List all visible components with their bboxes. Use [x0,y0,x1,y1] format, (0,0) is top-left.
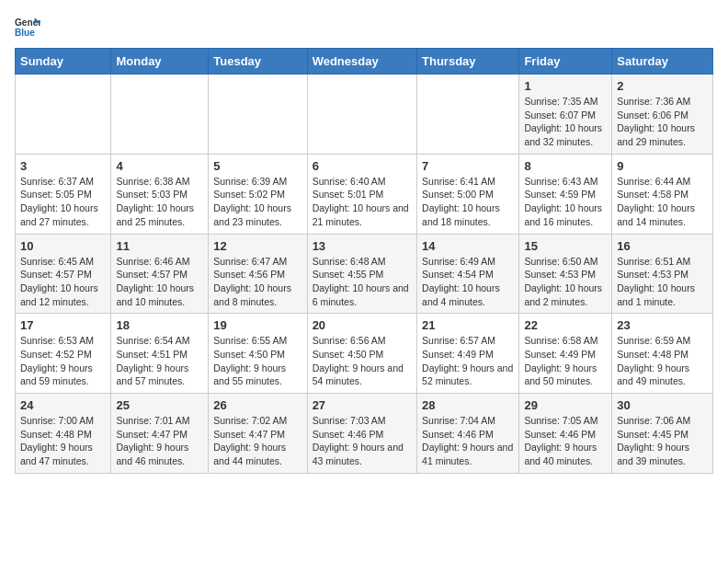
day-number: 22 [524,318,607,332]
day-detail: Sunrise: 7:04 AM Sunset: 4:46 PM Dayligh… [422,414,514,468]
calendar-cell: 3Sunrise: 6:37 AM Sunset: 5:05 PM Daylig… [16,154,111,234]
calendar-cell: 26Sunrise: 7:02 AM Sunset: 4:47 PM Dayli… [209,394,307,474]
day-detail: Sunrise: 6:53 AM Sunset: 4:52 PM Dayligh… [20,334,106,388]
day-number: 19 [213,318,301,332]
logo: General Blue [15,15,44,40]
col-header-friday: Friday [519,49,612,75]
calendar-cell: 7Sunrise: 6:41 AM Sunset: 5:00 PM Daylig… [417,154,519,234]
day-number: 5 [213,159,301,173]
day-number: 23 [617,318,708,332]
day-number: 30 [617,398,708,412]
week-row-2: 3Sunrise: 6:37 AM Sunset: 5:05 PM Daylig… [16,154,713,234]
header: General Blue [15,15,713,40]
calendar-cell: 6Sunrise: 6:40 AM Sunset: 5:01 PM Daylig… [307,154,416,234]
day-detail: Sunrise: 6:55 AM Sunset: 4:50 PM Dayligh… [213,334,301,388]
day-detail: Sunrise: 6:50 AM Sunset: 4:53 PM Dayligh… [524,255,607,309]
day-detail: Sunrise: 6:39 AM Sunset: 5:02 PM Dayligh… [213,175,301,229]
week-row-5: 24Sunrise: 7:00 AM Sunset: 4:48 PM Dayli… [16,394,713,474]
day-number: 4 [116,159,203,173]
day-detail: Sunrise: 6:58 AM Sunset: 4:49 PM Dayligh… [524,334,607,388]
day-number: 6 [313,159,412,173]
day-detail: Sunrise: 6:47 AM Sunset: 4:56 PM Dayligh… [213,255,301,309]
day-detail: Sunrise: 6:43 AM Sunset: 4:59 PM Dayligh… [524,175,607,229]
day-detail: Sunrise: 6:57 AM Sunset: 4:49 PM Dayligh… [422,334,514,388]
day-number: 9 [617,159,708,173]
col-header-thursday: Thursday [417,49,519,75]
day-detail: Sunrise: 6:41 AM Sunset: 5:00 PM Dayligh… [422,175,514,229]
day-detail: Sunrise: 7:01 AM Sunset: 4:47 PM Dayligh… [116,414,203,468]
day-number: 29 [524,398,607,412]
day-detail: Sunrise: 6:51 AM Sunset: 4:53 PM Dayligh… [617,255,708,309]
calendar-cell: 13Sunrise: 6:48 AM Sunset: 4:55 PM Dayli… [307,234,416,314]
calendar-cell: 14Sunrise: 6:49 AM Sunset: 4:54 PM Dayli… [417,234,519,314]
day-number: 12 [213,239,301,253]
day-number: 14 [422,239,514,253]
col-header-sunday: Sunday [16,49,111,75]
day-number: 28 [422,398,514,412]
calendar-cell: 11Sunrise: 6:46 AM Sunset: 4:57 PM Dayli… [111,234,209,314]
calendar-cell: 15Sunrise: 6:50 AM Sunset: 4:53 PM Dayli… [519,234,612,314]
col-header-tuesday: Tuesday [209,49,307,75]
day-number: 21 [422,318,514,332]
day-detail: Sunrise: 6:40 AM Sunset: 5:01 PM Dayligh… [313,175,412,229]
calendar-cell: 17Sunrise: 6:53 AM Sunset: 4:52 PM Dayli… [16,314,111,394]
calendar-cell: 12Sunrise: 6:47 AM Sunset: 4:56 PM Dayli… [209,234,307,314]
calendar-cell: 10Sunrise: 6:45 AM Sunset: 4:57 PM Dayli… [16,234,111,314]
calendar-cell: 18Sunrise: 6:54 AM Sunset: 4:51 PM Dayli… [111,314,209,394]
calendar-cell: 22Sunrise: 6:58 AM Sunset: 4:49 PM Dayli… [519,314,612,394]
day-number: 8 [524,159,607,173]
day-number: 17 [20,318,106,332]
calendar-cell: 19Sunrise: 6:55 AM Sunset: 4:50 PM Dayli… [209,314,307,394]
calendar-cell: 16Sunrise: 6:51 AM Sunset: 4:53 PM Dayli… [612,234,713,314]
day-number: 11 [116,239,203,253]
calendar-cell: 9Sunrise: 6:44 AM Sunset: 4:58 PM Daylig… [612,154,713,234]
calendar-cell: 5Sunrise: 6:39 AM Sunset: 5:02 PM Daylig… [209,154,307,234]
day-detail: Sunrise: 6:48 AM Sunset: 4:55 PM Dayligh… [313,255,412,309]
calendar-cell [209,75,307,155]
day-detail: Sunrise: 6:44 AM Sunset: 4:58 PM Dayligh… [617,175,708,229]
day-detail: Sunrise: 7:05 AM Sunset: 4:46 PM Dayligh… [524,414,607,468]
day-detail: Sunrise: 7:03 AM Sunset: 4:46 PM Dayligh… [313,414,412,468]
day-detail: Sunrise: 6:56 AM Sunset: 4:50 PM Dayligh… [313,334,412,388]
day-number: 1 [524,79,607,93]
day-number: 10 [20,239,106,253]
day-detail: Sunrise: 6:45 AM Sunset: 4:57 PM Dayligh… [20,255,106,309]
calendar-cell: 21Sunrise: 6:57 AM Sunset: 4:49 PM Dayli… [417,314,519,394]
day-detail: Sunrise: 6:49 AM Sunset: 4:54 PM Dayligh… [422,255,514,309]
col-header-monday: Monday [111,49,209,75]
day-number: 7 [422,159,514,173]
calendar-cell [111,75,209,155]
svg-text:Blue: Blue [15,28,35,38]
day-number: 25 [116,398,203,412]
calendar-cell: 20Sunrise: 6:56 AM Sunset: 4:50 PM Dayli… [307,314,416,394]
calendar-cell: 27Sunrise: 7:03 AM Sunset: 4:46 PM Dayli… [307,394,416,474]
day-number: 20 [313,318,412,332]
day-number: 16 [617,239,708,253]
calendar-table: SundayMondayTuesdayWednesdayThursdayFrid… [15,48,713,474]
calendar-cell: 2Sunrise: 7:36 AM Sunset: 6:06 PM Daylig… [612,75,713,155]
calendar-cell [16,75,111,155]
logo-icon: General Blue [15,15,40,40]
day-number: 24 [20,398,106,412]
day-number: 26 [213,398,301,412]
week-row-1: 1Sunrise: 7:35 AM Sunset: 6:07 PM Daylig… [16,75,713,155]
day-detail: Sunrise: 7:36 AM Sunset: 6:06 PM Dayligh… [617,95,708,149]
calendar-cell: 8Sunrise: 6:43 AM Sunset: 4:59 PM Daylig… [519,154,612,234]
calendar-cell: 25Sunrise: 7:01 AM Sunset: 4:47 PM Dayli… [111,394,209,474]
calendar-cell [307,75,416,155]
calendar-cell: 1Sunrise: 7:35 AM Sunset: 6:07 PM Daylig… [519,75,612,155]
day-number: 15 [524,239,607,253]
day-detail: Sunrise: 7:02 AM Sunset: 4:47 PM Dayligh… [213,414,301,468]
day-detail: Sunrise: 6:37 AM Sunset: 5:05 PM Dayligh… [20,175,106,229]
calendar-cell: 23Sunrise: 6:59 AM Sunset: 4:48 PM Dayli… [612,314,713,394]
day-detail: Sunrise: 6:38 AM Sunset: 5:03 PM Dayligh… [116,175,203,229]
day-detail: Sunrise: 6:59 AM Sunset: 4:48 PM Dayligh… [617,334,708,388]
calendar-cell: 28Sunrise: 7:04 AM Sunset: 4:46 PM Dayli… [417,394,519,474]
header-row: SundayMondayTuesdayWednesdayThursdayFrid… [16,49,713,75]
col-header-saturday: Saturday [612,49,713,75]
day-number: 2 [617,79,708,93]
day-detail: Sunrise: 7:35 AM Sunset: 6:07 PM Dayligh… [524,95,607,149]
day-detail: Sunrise: 7:06 AM Sunset: 4:45 PM Dayligh… [617,414,708,468]
calendar-cell: 4Sunrise: 6:38 AM Sunset: 5:03 PM Daylig… [111,154,209,234]
day-detail: Sunrise: 6:54 AM Sunset: 4:51 PM Dayligh… [116,334,203,388]
